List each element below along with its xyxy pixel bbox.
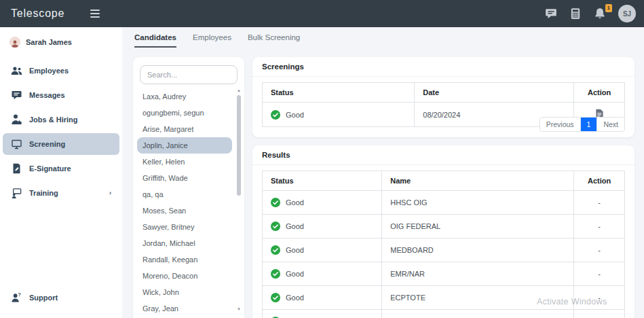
search-input[interactable] xyxy=(140,65,238,84)
candidates-panel: Laxa, Audrey ogungbemi, segun Arise, Mar… xyxy=(133,57,244,318)
result-row: Good MEDBOARD - xyxy=(263,238,625,262)
person-briefcase-icon xyxy=(11,114,22,125)
chat-icon[interactable] xyxy=(545,7,557,20)
pagination-next-button[interactable]: Next xyxy=(596,118,624,131)
result-action: - xyxy=(574,238,625,262)
scroll-up-arrow-icon[interactable]: ▲ xyxy=(235,87,242,94)
result-status: Good xyxy=(286,222,304,230)
candidate-list: Laxa, Audrey ogungbemi, segun Arise, Mar… xyxy=(137,88,232,317)
screening-status: Good xyxy=(286,111,304,119)
user-photo-avatar xyxy=(10,37,20,48)
result-name: MEDBOARD xyxy=(382,238,574,262)
result-status: Good xyxy=(286,246,304,254)
notifications-bell-icon[interactable]: 1 xyxy=(594,7,606,20)
topbar: Telescope 1 SJ xyxy=(0,0,644,27)
status-good-check-icon xyxy=(271,222,280,231)
tab-bulk-screening[interactable]: Bulk Screening xyxy=(248,33,300,48)
pagination-page-1-button[interactable]: 1 xyxy=(580,118,597,131)
candidate-list-item[interactable]: Griffith, Wade xyxy=(137,170,232,186)
status-good-check-icon xyxy=(271,198,280,207)
user-avatar[interactable]: SJ xyxy=(618,5,636,22)
sidebar-item-label: Training xyxy=(29,189,58,197)
person-question-icon: ? xyxy=(11,292,22,303)
scrollbar-thumb[interactable] xyxy=(237,95,241,196)
status-good-check-icon xyxy=(271,269,280,279)
tab-employees[interactable]: Employees xyxy=(193,33,231,48)
notification-badge: 1 xyxy=(605,4,612,12)
result-row: Good EMR/NAR - xyxy=(263,262,625,286)
candidate-list-item[interactable]: Gray, Jean xyxy=(137,300,232,317)
calculator-icon[interactable] xyxy=(569,7,582,20)
sidebar-item-e-signature[interactable]: E-Signature xyxy=(3,158,119,179)
candidate-list-item[interactable]: Joplin, Janice xyxy=(137,137,232,154)
result-action: - xyxy=(574,262,625,286)
result-name: OIG FEDERAL xyxy=(382,215,574,238)
candidate-list-item[interactable]: Keller, Helen xyxy=(137,154,232,170)
screenings-panel: Screenings Status Date Action xyxy=(252,57,634,137)
result-action: - xyxy=(574,310,625,318)
sidebar-user-name: Sarah James xyxy=(26,38,72,46)
sidebar-item-training[interactable]: Training › xyxy=(3,182,119,204)
status-good-check-icon xyxy=(271,245,280,255)
result-status: Good xyxy=(286,294,304,302)
candidate-list-item[interactable]: Sawyer, Britney xyxy=(137,219,232,235)
status-good-check-icon xyxy=(271,293,280,302)
monitor-icon xyxy=(11,139,22,149)
sidebar-item-employees[interactable]: Employees xyxy=(3,60,119,82)
sidebar-item-screening[interactable]: Screening xyxy=(3,133,119,155)
pagination: Previous 1 Next xyxy=(539,117,625,132)
result-status: Good xyxy=(286,198,304,207)
sidebar-item-label: Screening xyxy=(29,140,65,148)
scroll-down-arrow-icon[interactable]: ▼ xyxy=(235,306,242,313)
sidebar: Sarah James Employees Messages Jobs & Hi… xyxy=(0,27,122,318)
result-name: EMR/NAR xyxy=(382,262,574,286)
sidebar-user[interactable]: Sarah James xyxy=(0,31,122,53)
results-panel: Results Status Name Action xyxy=(252,145,634,318)
panel-title: Results xyxy=(252,145,634,165)
result-name: HHSC OIG xyxy=(382,191,574,215)
candidate-list-item[interactable]: Jordan, Michael xyxy=(137,235,232,251)
result-row: Good SAM - xyxy=(263,310,625,318)
result-status: Good xyxy=(286,270,304,278)
chat-icon xyxy=(11,90,22,101)
column-header-name: Name xyxy=(382,171,574,191)
column-header-status: Status xyxy=(263,83,415,103)
status-good-check-icon xyxy=(271,110,280,120)
candidate-list-item[interactable]: qa, qa xyxy=(137,186,232,202)
candidate-list-item[interactable]: Laxa, Audrey xyxy=(137,88,232,105)
document-pen-icon xyxy=(11,163,22,174)
result-name: SAM xyxy=(382,310,574,318)
candidate-list-item[interactable]: Randall, Keegan xyxy=(137,251,232,268)
tab-candidates[interactable]: Candidates xyxy=(134,33,176,48)
sidebar-item-jobs-hiring[interactable]: Jobs & Hiring xyxy=(3,109,119,130)
candidate-list-item[interactable]: Moses, Sean xyxy=(137,202,232,219)
candidate-list-item[interactable]: Moreno, Deacon xyxy=(137,268,232,284)
chevron-right-icon: › xyxy=(109,190,111,196)
sidebar-item-support[interactable]: ? Support xyxy=(3,287,119,308)
activate-windows-watermark: Activate Windows xyxy=(537,297,607,306)
sidebar-item-label: Support xyxy=(29,294,58,302)
column-header-action: Action xyxy=(574,171,625,191)
results-table: Status Name Action Good xyxy=(262,171,625,318)
presentation-icon xyxy=(11,188,22,198)
column-header-action: Action xyxy=(574,83,625,103)
candidate-list-item[interactable]: ogungbemi, segun xyxy=(137,105,232,121)
result-row: Good OIG FEDERAL - xyxy=(263,215,625,238)
result-action: - xyxy=(574,191,625,215)
column-header-date: Date xyxy=(415,83,574,103)
app-logo: Telescope xyxy=(0,7,64,20)
sidebar-item-label: Jobs & Hiring xyxy=(29,116,78,124)
candidate-list-scrollbar: ▲ ▼ xyxy=(235,87,242,313)
sidebar-item-label: Messages xyxy=(29,91,65,99)
sidebar-item-label: Employees xyxy=(29,67,69,75)
candidate-list-item[interactable]: Arise, Margaret xyxy=(137,121,232,137)
menu-toggle-icon[interactable] xyxy=(90,10,100,18)
column-header-status: Status xyxy=(263,171,382,191)
sidebar-item-label: E-Signature xyxy=(29,164,71,173)
result-row: Good HHSC OIG - xyxy=(263,191,625,215)
sidebar-item-messages[interactable]: Messages xyxy=(3,84,119,106)
main-content: Candidates Employees Bulk Screening Laxa… xyxy=(122,27,644,318)
candidate-list-item[interactable]: Wick, John xyxy=(137,284,232,300)
pagination-previous-button[interactable]: Previous xyxy=(540,118,580,131)
tab-bar: Candidates Employees Bulk Screening xyxy=(134,33,300,48)
